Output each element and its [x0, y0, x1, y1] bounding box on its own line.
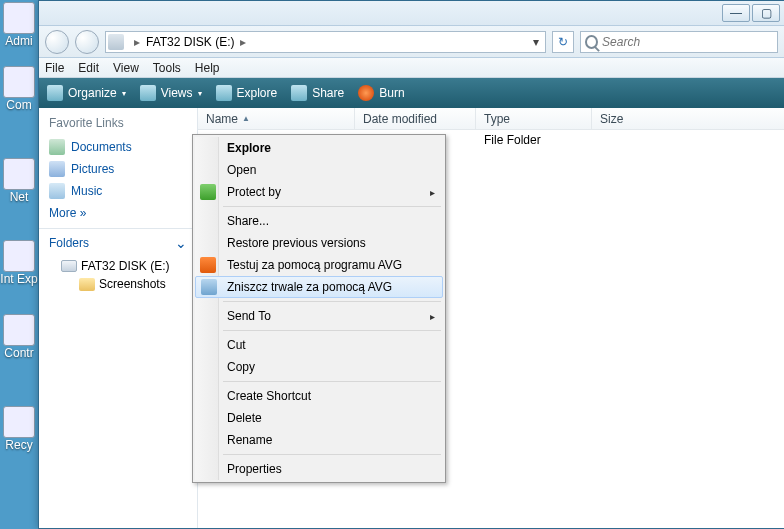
menu-restore-versions[interactable]: Restore previous versions [195, 232, 443, 254]
column-type[interactable]: Type [476, 108, 592, 129]
menu-avg-test[interactable]: Testuj za pomocą programu AVG [195, 254, 443, 276]
favorite-pictures[interactable]: Pictures [39, 158, 197, 180]
folders-header[interactable]: Folders⌄ [39, 228, 197, 257]
menu-create-shortcut[interactable]: Create Shortcut [195, 385, 443, 407]
forward-button[interactable] [75, 30, 99, 54]
menu-view[interactable]: View [113, 61, 139, 75]
burn-icon [358, 85, 374, 101]
menu-send-to[interactable]: Send To▸ [195, 305, 443, 327]
context-menu: Explore Open Protect by▸ Share... Restor… [192, 134, 446, 483]
minimize-button[interactable]: — [722, 4, 750, 22]
burn-button[interactable]: Burn [358, 85, 404, 101]
breadcrumb[interactable]: ▸ FAT32 DISK (E:) ▸ ▾ [105, 31, 546, 53]
pictures-icon [49, 161, 65, 177]
breadcrumb-dropdown[interactable]: ▾ [529, 35, 543, 49]
chevron-right-icon[interactable]: ▸ [234, 35, 252, 49]
tree-folder-screenshots[interactable]: Screenshots [39, 275, 197, 293]
folder-icon [79, 278, 95, 291]
navigation-pane: Favorite Links Documents Pictures Music … [39, 108, 198, 528]
favorite-music[interactable]: Music [39, 180, 197, 202]
explore-button[interactable]: Explore [216, 85, 278, 101]
search-box[interactable] [580, 31, 778, 53]
menu-file[interactable]: File [45, 61, 64, 75]
favorite-documents[interactable]: Documents [39, 136, 197, 158]
column-headers: Name▲ Date modified Type Size [198, 108, 784, 130]
menu-edit[interactable]: Edit [78, 61, 99, 75]
column-name[interactable]: Name▲ [198, 108, 355, 129]
command-bar: Organize▾ Views▾ Explore Share Burn [39, 78, 784, 108]
maximize-button[interactable]: ▢ [752, 4, 780, 22]
music-icon [49, 183, 65, 199]
menu-delete[interactable]: Delete [195, 407, 443, 429]
refresh-button[interactable]: ↻ [552, 31, 574, 53]
avg-icon [200, 257, 216, 273]
back-button[interactable] [45, 30, 69, 54]
breadcrumb-segment[interactable]: FAT32 DISK (E:) [146, 35, 234, 49]
chevron-right-icon: ▸ [430, 311, 435, 322]
sort-asc-icon: ▲ [242, 114, 250, 123]
chevron-down-icon: ▾ [122, 89, 126, 98]
menu-rename[interactable]: Rename [195, 429, 443, 451]
menu-properties[interactable]: Properties [195, 458, 443, 480]
titlebar: — ▢ [39, 1, 784, 26]
menu-open[interactable]: Open [195, 159, 443, 181]
drive-icon [61, 260, 77, 272]
search-icon [585, 35, 598, 49]
menu-share[interactable]: Share... [195, 210, 443, 232]
menu-tools[interactable]: Tools [153, 61, 181, 75]
explore-icon [216, 85, 232, 101]
desktop-icons: Admi Com Net Int Exp Contr Recy [0, 0, 38, 529]
menu-protect-by[interactable]: Protect by▸ [195, 181, 443, 203]
menubar: File Edit View Tools Help [39, 58, 784, 78]
organize-icon [47, 85, 63, 101]
refresh-icon: ↻ [558, 35, 568, 49]
column-date[interactable]: Date modified [355, 108, 476, 129]
chevron-down-icon: ▾ [198, 89, 202, 98]
menu-avg-shred[interactable]: Zniszcz trwale za pomocą AVG [195, 276, 443, 298]
menu-explore[interactable]: Explore [195, 137, 443, 159]
drive-icon [108, 34, 124, 50]
documents-icon [49, 139, 65, 155]
chevron-down-icon: ⌄ [175, 235, 187, 251]
chevron-right-icon: ▸ [128, 35, 146, 49]
views-icon [140, 85, 156, 101]
tree-drive[interactable]: FAT32 DISK (E:) [39, 257, 197, 275]
menu-cut[interactable]: Cut [195, 334, 443, 356]
share-button[interactable]: Share [291, 85, 344, 101]
views-button[interactable]: Views▾ [140, 85, 202, 101]
shield-icon [200, 184, 216, 200]
search-input[interactable] [602, 35, 773, 49]
favorite-links-header: Favorite Links [39, 108, 197, 136]
more-link[interactable]: More » [39, 202, 197, 228]
menu-help[interactable]: Help [195, 61, 220, 75]
organize-button[interactable]: Organize▾ [47, 85, 126, 101]
menu-copy[interactable]: Copy [195, 356, 443, 378]
chevron-right-icon: ▸ [430, 187, 435, 198]
column-size[interactable]: Size [592, 108, 784, 129]
share-icon [291, 85, 307, 101]
shredder-icon [201, 279, 217, 295]
address-bar: ▸ FAT32 DISK (E:) ▸ ▾ ↻ [39, 26, 784, 58]
file-type: File Folder [476, 133, 592, 147]
